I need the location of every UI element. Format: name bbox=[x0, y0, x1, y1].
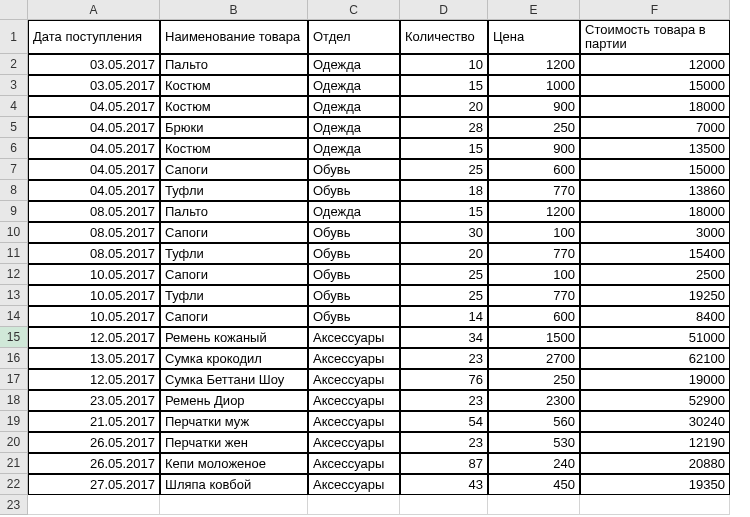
row-head-13[interactable]: 13 bbox=[0, 285, 28, 306]
empty-cell[interactable] bbox=[28, 495, 160, 515]
cell-qty[interactable]: 18 bbox=[400, 180, 488, 201]
cell-qty[interactable]: 25 bbox=[400, 159, 488, 180]
cell-qty[interactable]: 54 bbox=[400, 411, 488, 432]
cell-name[interactable]: Кепи моложеное bbox=[160, 453, 308, 474]
cell-price[interactable]: 1000 bbox=[488, 75, 580, 96]
cell-dept[interactable]: Одежда bbox=[308, 54, 400, 75]
cell-qty[interactable]: 10 bbox=[400, 54, 488, 75]
cell-qty[interactable]: 76 bbox=[400, 369, 488, 390]
row-head-17[interactable]: 17 bbox=[0, 369, 28, 390]
select-all-corner[interactable] bbox=[0, 0, 28, 20]
col-head-F[interactable]: F bbox=[580, 0, 730, 20]
col-head-B[interactable]: B bbox=[160, 0, 308, 20]
header-date[interactable]: Дата поступления bbox=[28, 20, 160, 54]
cell-total[interactable]: 19350 bbox=[580, 474, 730, 495]
cell-price[interactable]: 530 bbox=[488, 432, 580, 453]
row-head-14[interactable]: 14 bbox=[0, 306, 28, 327]
cell-name[interactable]: Костюм bbox=[160, 138, 308, 159]
row-head-11[interactable]: 11 bbox=[0, 243, 28, 264]
cell-date[interactable]: 10.05.2017 bbox=[28, 264, 160, 285]
cell-price[interactable]: 100 bbox=[488, 222, 580, 243]
row-head-6[interactable]: 6 bbox=[0, 138, 28, 159]
cell-name[interactable]: Сапоги bbox=[160, 264, 308, 285]
cell-total[interactable]: 19000 bbox=[580, 369, 730, 390]
cell-total[interactable]: 18000 bbox=[580, 201, 730, 222]
cell-qty[interactable]: 20 bbox=[400, 96, 488, 117]
empty-cell[interactable] bbox=[308, 495, 400, 515]
cell-qty[interactable]: 15 bbox=[400, 75, 488, 96]
cell-dept[interactable]: Обувь bbox=[308, 159, 400, 180]
cell-qty[interactable]: 34 bbox=[400, 327, 488, 348]
cell-dept[interactable]: Одежда bbox=[308, 138, 400, 159]
cell-date[interactable]: 03.05.2017 bbox=[28, 54, 160, 75]
row-head-20[interactable]: 20 bbox=[0, 432, 28, 453]
cell-date[interactable]: 04.05.2017 bbox=[28, 180, 160, 201]
cell-qty[interactable]: 14 bbox=[400, 306, 488, 327]
cell-date[interactable]: 26.05.2017 bbox=[28, 453, 160, 474]
cell-total[interactable]: 18000 bbox=[580, 96, 730, 117]
cell-name[interactable]: Костюм bbox=[160, 96, 308, 117]
cell-date[interactable]: 10.05.2017 bbox=[28, 285, 160, 306]
empty-cell[interactable] bbox=[488, 495, 580, 515]
cell-qty[interactable]: 20 bbox=[400, 243, 488, 264]
cell-total[interactable]: 62100 bbox=[580, 348, 730, 369]
cell-dept[interactable]: Аксессуары bbox=[308, 390, 400, 411]
cell-qty[interactable]: 43 bbox=[400, 474, 488, 495]
row-head-5[interactable]: 5 bbox=[0, 117, 28, 138]
cell-qty[interactable]: 25 bbox=[400, 285, 488, 306]
cell-dept[interactable]: Аксессуары bbox=[308, 411, 400, 432]
cell-name[interactable]: Ремень кожаный bbox=[160, 327, 308, 348]
cell-price[interactable]: 1200 bbox=[488, 201, 580, 222]
col-head-E[interactable]: E bbox=[488, 0, 580, 20]
cell-name[interactable]: Сапоги bbox=[160, 159, 308, 180]
row-head-12[interactable]: 12 bbox=[0, 264, 28, 285]
cell-qty[interactable]: 23 bbox=[400, 432, 488, 453]
col-head-A[interactable]: A bbox=[28, 0, 160, 20]
cell-name[interactable]: Сумка крокодил bbox=[160, 348, 308, 369]
cell-dept[interactable]: Одежда bbox=[308, 96, 400, 117]
cell-price[interactable]: 770 bbox=[488, 243, 580, 264]
row-head-10[interactable]: 10 bbox=[0, 222, 28, 243]
cell-total[interactable]: 30240 bbox=[580, 411, 730, 432]
cell-dept[interactable]: Аксессуары bbox=[308, 369, 400, 390]
cell-price[interactable]: 450 bbox=[488, 474, 580, 495]
row-head-4[interactable]: 4 bbox=[0, 96, 28, 117]
cell-date[interactable]: 08.05.2017 bbox=[28, 243, 160, 264]
cell-qty[interactable]: 15 bbox=[400, 138, 488, 159]
cell-total[interactable]: 3000 bbox=[580, 222, 730, 243]
cell-name[interactable]: Брюки bbox=[160, 117, 308, 138]
cell-total[interactable]: 12000 bbox=[580, 54, 730, 75]
cell-qty[interactable]: 23 bbox=[400, 348, 488, 369]
cell-name[interactable]: Сапоги bbox=[160, 222, 308, 243]
cell-name[interactable]: Туфли bbox=[160, 180, 308, 201]
header-total[interactable]: Стоимость товара в партии bbox=[580, 20, 730, 54]
cell-name[interactable]: Туфли bbox=[160, 285, 308, 306]
cell-price[interactable]: 1200 bbox=[488, 54, 580, 75]
cell-date[interactable]: 04.05.2017 bbox=[28, 117, 160, 138]
empty-cell[interactable] bbox=[160, 495, 308, 515]
cell-price[interactable]: 250 bbox=[488, 117, 580, 138]
cell-price[interactable]: 900 bbox=[488, 96, 580, 117]
cell-name[interactable]: Перчатки муж bbox=[160, 411, 308, 432]
cell-price[interactable]: 2300 bbox=[488, 390, 580, 411]
cell-name[interactable]: Костюм bbox=[160, 75, 308, 96]
cell-price[interactable]: 770 bbox=[488, 180, 580, 201]
cell-total[interactable]: 12190 bbox=[580, 432, 730, 453]
cell-dept[interactable]: Обувь bbox=[308, 180, 400, 201]
cell-total[interactable]: 13500 bbox=[580, 138, 730, 159]
row-head-9[interactable]: 9 bbox=[0, 201, 28, 222]
cell-price[interactable]: 100 bbox=[488, 264, 580, 285]
header-price[interactable]: Цена bbox=[488, 20, 580, 54]
cell-date[interactable]: 12.05.2017 bbox=[28, 369, 160, 390]
cell-dept[interactable]: Обувь bbox=[308, 306, 400, 327]
header-dept[interactable]: Отдел bbox=[308, 20, 400, 54]
row-head-1[interactable]: 1 bbox=[0, 20, 28, 54]
cell-date[interactable]: 04.05.2017 bbox=[28, 159, 160, 180]
cell-date[interactable]: 08.05.2017 bbox=[28, 201, 160, 222]
cell-qty[interactable]: 23 bbox=[400, 390, 488, 411]
cell-dept[interactable]: Обувь bbox=[308, 264, 400, 285]
cell-total[interactable]: 15400 bbox=[580, 243, 730, 264]
cell-name[interactable]: Сапоги bbox=[160, 306, 308, 327]
empty-cell[interactable] bbox=[400, 495, 488, 515]
cell-qty[interactable]: 28 bbox=[400, 117, 488, 138]
